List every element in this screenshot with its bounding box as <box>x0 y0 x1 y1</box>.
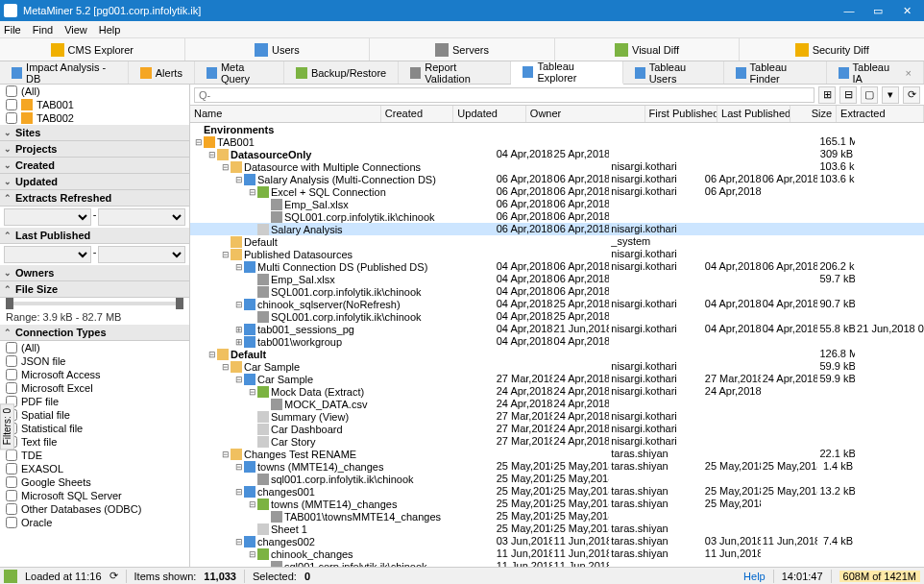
filters-tab[interactable]: Filters: 0 <box>0 403 14 450</box>
tree-row[interactable]: Salary Analysis06 Apr,2018 13:5706 Apr,2… <box>190 223 924 235</box>
lastpub-from-select[interactable] <box>4 246 91 263</box>
refresh-button[interactable]: ⟳ <box>903 86 920 104</box>
tree-row[interactable]: ⊟TAB001165.1 MB <box>190 135 924 148</box>
menu-find[interactable]: Find <box>33 24 53 36</box>
section-updated[interactable]: ⌄Updated <box>0 174 189 190</box>
conn-type-item[interactable]: Microsoft SQL Server <box>0 489 189 502</box>
expand-icon[interactable]: ⊟ <box>248 499 257 509</box>
tree-row[interactable]: ⊟towns (MMTE14)_changes25 May,2018 08:55… <box>190 460 924 473</box>
expand-icon[interactable]: ⊟ <box>194 137 204 147</box>
tab-tableau-users[interactable]: Tableau Users <box>623 61 724 84</box>
server-item[interactable]: TAB001 <box>0 98 189 111</box>
conn-type-item[interactable]: Text file <box>0 435 189 449</box>
conn-type-item[interactable]: EXASOL <box>0 462 189 475</box>
tab-impact-analysis-db[interactable]: Impact Analysis - DB <box>0 61 129 84</box>
tree-row[interactable]: ⊟Default126.8 MB <box>190 348 924 360</box>
conn-type-item[interactable]: JSON file <box>0 354 189 368</box>
menu-help[interactable]: Help <box>99 24 121 36</box>
conn-type-item[interactable]: Spatial file <box>0 408 189 422</box>
tab-report-validation[interactable]: Report Validation <box>399 61 511 84</box>
tab-close-icon[interactable]: × <box>906 67 912 79</box>
conn-type-item[interactable]: Statistical file <box>0 422 189 435</box>
reload-icon[interactable]: ⟳ <box>109 570 118 582</box>
section-created[interactable]: ⌄Created <box>0 158 189 174</box>
expand-icon[interactable]: ⊟ <box>248 187 257 197</box>
col-owner[interactable]: Owner <box>526 106 645 122</box>
tree-row[interactable]: MOCK_DATA.csv24 Apr,2018 13:4024 Apr,201… <box>190 398 924 410</box>
expand-icon[interactable]: ⊟ <box>234 300 244 309</box>
tree-row[interactable]: ⊟changes00125 May,2018 09:2925 May,2018 … <box>190 485 924 498</box>
section-projects[interactable]: ⌄Projects <box>0 141 189 158</box>
tree-row[interactable]: ⊟Salary Analysis (Multi-Connection DS)06… <box>190 173 924 185</box>
expand-icon[interactable]: ⊟ <box>221 362 231 372</box>
expand-icon[interactable]: ⊟ <box>234 262 244 272</box>
extracts-to-select[interactable] <box>98 208 185 226</box>
expand-icon[interactable]: ⊟ <box>207 150 217 159</box>
col-created[interactable]: Created <box>381 106 454 122</box>
toolbar-visual-diff[interactable]: Visual Diff <box>555 38 741 61</box>
tree-row[interactable]: ⊞tab001_sessions_pg04 Apr,2018 13:0921 J… <box>190 323 924 335</box>
section-extracts[interactable]: ⌃Extracts Refreshed <box>0 190 189 207</box>
tab-backup-restore[interactable]: Backup/Restore <box>284 61 399 84</box>
expand-icon[interactable]: ⊟ <box>248 549 257 559</box>
tab-tableau-ia[interactable]: Tableau IA× <box>827 61 924 84</box>
expand-icon[interactable]: ⊟ <box>234 462 244 472</box>
col-name[interactable]: Name <box>190 106 381 122</box>
expand-all-button[interactable]: ⊞ <box>818 86 836 104</box>
tree-row[interactable]: SQL001.corp.infolytik.ik\chinook04 Apr,2… <box>190 310 924 323</box>
help-link[interactable]: Help <box>743 571 766 582</box>
conn-type-item[interactable]: Other Databases (ODBC) <box>0 502 189 516</box>
section-last-published[interactable]: ⌃Last Published <box>0 228 189 244</box>
tree-row[interactable]: ⊟Changes Test RENAMEtaras.shiyan22.1 kB <box>190 448 924 460</box>
tree-row[interactable]: Emp_Sal.xlsx04 Apr,2018 14:1206 Apr,2018… <box>190 273 924 285</box>
dropdown-button[interactable]: ▾ <box>882 86 899 104</box>
expand-icon[interactable]: ⊟ <box>207 350 217 359</box>
tree-row[interactable]: ⊞tab001\workgroup04 Apr,2018 13:0904 Apr… <box>190 335 924 348</box>
tree-row[interactable]: ⊟Excel + SQL Connection06 Apr,2018 13:57… <box>190 185 924 198</box>
server-all-checkbox[interactable]: (All) <box>0 85 189 98</box>
conn-type-item[interactable]: TDE <box>0 449 189 462</box>
toolbar-cms-explorer[interactable]: CMS Explorer <box>0 38 185 61</box>
tree-row[interactable]: sql001.corp.infolytik.ik\chinook25 May,2… <box>190 473 924 485</box>
expand-icon[interactable]: ⊟ <box>221 250 231 259</box>
col-first-published[interactable]: First Published <box>645 106 718 122</box>
expand-icon[interactable]: ⊟ <box>234 175 244 184</box>
expand-icon[interactable]: ⊟ <box>234 487 244 497</box>
collapse-all-button[interactable]: ⊟ <box>839 86 857 104</box>
expand-icon[interactable]: ⊞ <box>234 325 244 334</box>
section-filesize[interactable]: ⌃File Size <box>0 281 189 298</box>
tree-row[interactable]: Car Dashboard27 Mar,2018 14:3424 Apr,201… <box>190 423 924 435</box>
col-size[interactable]: Size <box>790 106 838 122</box>
menu-file[interactable]: File <box>4 24 21 36</box>
toolbar-users[interactable]: Users <box>185 38 371 61</box>
tree-row[interactable]: SQL001.corp.infolytik.ik\chinook04 Apr,2… <box>190 285 924 298</box>
tab-tableau-explorer[interactable]: Tableau Explorer <box>511 61 622 85</box>
tree-row[interactable]: ⊟chinook_changes11 Jun,2018 11:5111 Jun,… <box>190 548 924 560</box>
tree-row[interactable]: ⊟Car Samplenisargi.kothari59.9 kB <box>190 360 924 373</box>
tree-body[interactable]: Environments⊟TAB001165.1 MB⊟DatasourceOn… <box>190 123 924 567</box>
menu-view[interactable]: View <box>64 24 87 36</box>
expand-icon[interactable]: ⊟ <box>234 375 244 384</box>
tree-row[interactable]: Sheet 125 May,2018 09:2925 May,2018 09:2… <box>190 523 924 535</box>
tree-row[interactable]: Car Story27 Mar,2018 14:3424 Apr,2018 13… <box>190 435 924 448</box>
tree-row[interactable]: ⊟Multi Connection DS (Published DS)04 Ap… <box>190 260 924 273</box>
toolbar-security-diff[interactable]: Security Diff <box>740 38 924 61</box>
tab-alerts[interactable]: Alerts <box>129 61 195 84</box>
tree-row[interactable]: Default_system <box>190 235 924 248</box>
section-conn-types[interactable]: ⌃Connection Types <box>0 325 189 341</box>
conn-type-item[interactable]: (All) <box>0 341 189 354</box>
tree-row[interactable]: SQL001.corp.infolytik.ik\chinook06 Apr,2… <box>190 210 924 223</box>
minimize-button[interactable]: — <box>836 1 863 20</box>
extracts-from-select[interactable] <box>4 208 91 226</box>
tab-tableau-finder[interactable]: Tableau Finder <box>724 61 827 84</box>
conn-type-item[interactable]: Google Sheets <box>0 475 189 489</box>
conn-type-item[interactable]: Microsoft Access <box>0 368 189 381</box>
close-button[interactable]: ✕ <box>893 1 920 20</box>
expand-icon[interactable]: ⊟ <box>221 450 231 459</box>
section-sites[interactable]: ⌄Sites <box>0 125 189 141</box>
col-extracted[interactable]: Extracted <box>837 106 924 122</box>
tree-row[interactable]: ⊟Mock Data (Extract)24 Apr,2018 13:4024 … <box>190 385 924 398</box>
tree-row[interactable]: Environments <box>190 123 924 135</box>
expand-icon[interactable]: ⊟ <box>248 387 257 397</box>
col-updated[interactable]: Updated <box>453 106 526 122</box>
